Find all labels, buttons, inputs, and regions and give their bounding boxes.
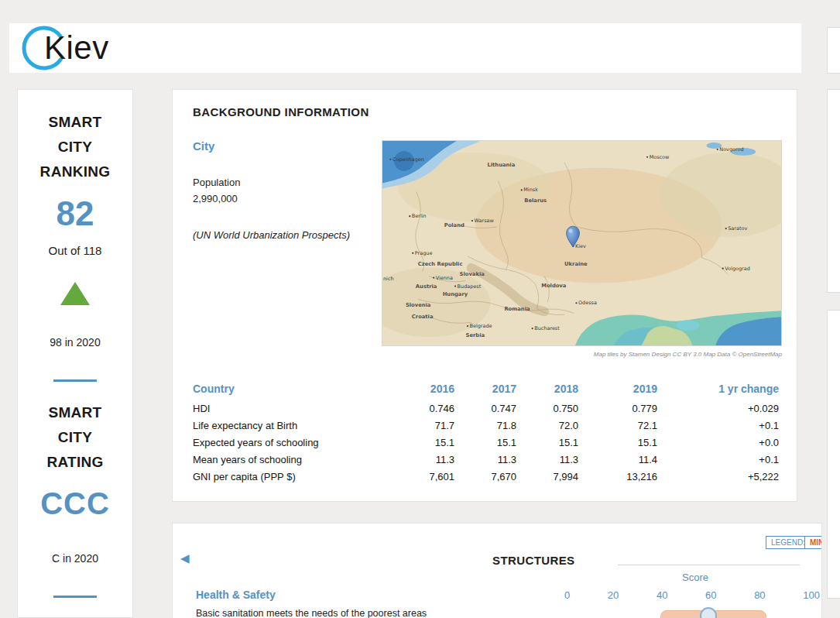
population-value: 2,990,000 [193,193,238,204]
row-label: HDI [193,403,410,414]
row-value: +0.029 [657,403,779,414]
row-value: 0.746 [410,403,454,414]
table-header-col: 2019 [578,383,657,395]
clipped-card [827,27,840,74]
row-value: 15.1 [578,437,657,448]
structures-card: LEGEND: MIN ◀ STRUCTURES Score 020406080… [172,523,822,618]
table-row: HDI0.7460.7470.7500.779+0.029 [193,400,779,417]
map-viewport[interactable]: CopenhagenLithuaniaMoscowNovgorodMinskBe… [382,140,782,346]
row-value: 71.8 [454,420,516,431]
row-value: 0.779 [578,403,657,414]
map-city-dot [646,156,648,158]
map-label-minsk: Minsk [523,187,538,194]
sidebar-title-line: SMART [18,400,132,425]
sidebar-divider [53,379,97,382]
row-value: 11.3 [516,454,578,465]
map-label-berlin: Berlin [412,213,427,219]
row-label: Mean years of schooling [193,454,410,465]
map-label-saratov: Saratov [728,225,747,232]
row-label: Expected years of schooling [193,437,410,448]
map-label-bucharest: Bucharest [534,325,560,331]
header-divider-line [618,565,800,565]
row-value: 0.747 [454,403,516,414]
source-note: (UN World Urbanization Prospects) [193,229,350,241]
row-value: 13,216 [578,471,657,482]
map-label-novgorod: Novgorod [719,146,743,153]
map-label-hungary: Hungary [443,291,468,297]
row-label: GNI per capita (PPP $) [193,471,410,482]
legend-min-chip[interactable]: MIN [804,536,822,549]
clipped-card [827,310,840,599]
map-city-dot [717,149,718,150]
clipped-card [827,89,840,293]
map-label-poland: Poland [444,222,465,228]
map-city-dot [471,220,473,221]
map-city-dot [412,252,413,254]
map-label-belgrade: Belgrade [470,323,492,329]
page-title: Kiev [44,29,109,67]
page-header: Kiev [9,23,801,73]
rating-value: CCC [18,486,132,521]
sidebar-title-line: SMART [18,110,132,135]
map-label-moscow: Moscow [650,154,670,160]
row-value: 15.1 [410,437,454,448]
ranking-previous: 98 in 2020 [18,336,132,348]
table-header-col: 1 yr change [657,383,779,395]
map-attribution: Map tiles by Stamen Design CC BY 3.0 Map… [382,351,782,358]
row-value: 72.1 [578,420,657,431]
statement-text: Basic sanitation meets the needs of the … [196,608,427,618]
category-label: Health & Safety [196,589,276,601]
row-value: +0.1 [657,420,779,431]
score-scale: 020406080100 [564,589,820,601]
map-label-vienna: Vienna [436,275,453,281]
map-city-dot [521,189,523,191]
background-information-card: BACKGROUND INFORMATION City Population 2… [172,89,797,502]
row-value: 71.7 [410,420,454,431]
table-header-col: 2016 [410,383,454,395]
sidebar-title-line: CITY [18,135,132,160]
sidebar-divider [53,596,97,598]
map-label-austria: Austria [416,283,437,290]
row-value: 7,670 [454,471,516,482]
score-scale-tick: 100 [803,589,820,601]
row-value: +5,222 [657,471,779,482]
previous-section-arrow-icon[interactable]: ◀ [180,551,190,565]
score-scale-tick: 40 [657,589,667,601]
map-label-budapest: Budapest [458,283,482,290]
map-label-copenhagen: Copenhagen [393,156,424,163]
country-table-body: HDI0.7460.7470.7500.779+0.029Life expect… [193,400,779,485]
map-label-prague: Prague [415,250,433,256]
map-city-dot [722,268,724,270]
map-label-moldova: Moldova [541,283,567,289]
sidebar-title-line: CITY [18,425,132,450]
map-label-warsaw: Warsaw [475,218,494,224]
map-city-dot [454,285,456,287]
map-label-volgograd: Volgograd [725,266,750,272]
city-heading: City [193,139,214,153]
row-value: 15.1 [454,437,516,448]
rating-previous: C in 2020 [18,552,132,565]
score-slider-handle[interactable] [700,607,717,618]
map-city-dot [409,215,410,217]
table-row: GNI per capita (PPP $)7,6017,6707,99413,… [193,468,779,485]
score-scale-tick: 20 [608,589,619,601]
table-header-col: 2017 [454,383,516,395]
table-row: Life expectancy at Birth71.771.872.072.1… [193,417,779,434]
map-label-ukraine: Ukraine [564,261,588,267]
row-value: +0.0 [657,437,779,448]
row-label: Life expectancy at Birth [193,420,410,431]
map-label-lithuania: Lithuania [487,162,515,168]
map-label-romania: Romania [504,306,530,312]
map-label-nich: nich [383,276,394,282]
ranking-sidebar: SMARTCITYRANKING 82 Out of 118 98 in 202… [17,89,133,618]
score-scale-tick: 80 [754,589,765,601]
map-city-dot [532,328,533,329]
row-value: 11.4 [578,454,657,465]
sidebar-title-line: RATING [18,450,132,475]
map-label-slovakia: Slovakia [460,271,485,277]
score-axis-label: Score [660,572,730,583]
map-label-croatia: Croatia [412,314,434,320]
map-city-dot [725,228,727,229]
trend-up-triangle-icon [60,282,90,305]
map-city-dot [467,325,468,327]
